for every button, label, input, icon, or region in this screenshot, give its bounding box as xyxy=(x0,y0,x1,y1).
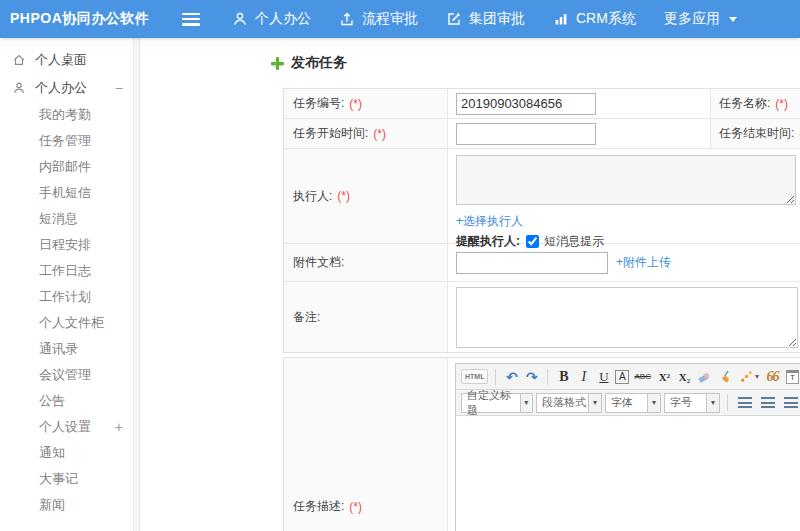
font-size-dropdown[interactable]: 字号 ▾ xyxy=(664,393,720,413)
nav-label: 集团审批 xyxy=(469,10,525,28)
collapse-minus-icon[interactable]: − xyxy=(115,81,123,95)
sidebar-item-personal-file-cabinet[interactable]: 个人文件柜 xyxy=(0,310,139,336)
top-navbar: PHPOA协同办公软件 个人办公 流程审批 集团审批 CRM系统 更多应用 xyxy=(0,0,800,38)
sidebar-item-label: 任务管理 xyxy=(39,132,91,150)
required-mark: (*) xyxy=(373,127,386,141)
nav-item-workflow-approval[interactable]: 流程审批 xyxy=(339,10,418,28)
sidebar-item-mobile-sms[interactable]: 手机短信 xyxy=(0,180,139,206)
paragraph-format-dropdown[interactable]: 段落格式 ▾ xyxy=(536,393,602,413)
sidebar-item-personal-settings[interactable]: 个人设置 + xyxy=(0,414,139,440)
sidebar-item-work-plan[interactable]: 工作计划 xyxy=(0,284,139,310)
redo-icon[interactable]: ↷ xyxy=(523,367,540,386)
user-icon xyxy=(12,81,26,95)
nav-item-crm-system[interactable]: CRM系统 xyxy=(553,10,636,28)
nav-item-personal-office[interactable]: 个人办公 xyxy=(232,10,311,28)
eraser-icon[interactable] xyxy=(696,367,714,386)
italic-button[interactable]: I xyxy=(575,367,592,386)
sidebar-item-label: 工作日志 xyxy=(39,262,91,280)
chevron-down-icon xyxy=(729,17,737,22)
html-source-button[interactable]: HTML xyxy=(461,369,488,384)
bar-chart-icon xyxy=(553,11,569,27)
required-mark: (*) xyxy=(337,189,350,203)
task-no-input[interactable] xyxy=(456,93,596,115)
nav-label: 更多应用 xyxy=(664,10,720,28)
undo-icon[interactable]: ↶ xyxy=(503,367,520,386)
executor-textarea[interactable] xyxy=(456,155,796,205)
bold-button[interactable]: B xyxy=(555,367,572,386)
sidebar-item-schedule[interactable]: 日程安排 xyxy=(0,232,139,258)
sidebar-item-announcement[interactable]: 公告 xyxy=(0,388,139,414)
end-time-label: 任务结束时间: xyxy=(719,125,794,142)
sidebar-item-meeting-management[interactable]: 会议管理 xyxy=(0,362,139,388)
remark-textarea[interactable] xyxy=(456,287,798,348)
description-editor-cell: HTML ↶ ↷ B I U A ABC X² X₂ xyxy=(448,358,800,531)
hamburger-menu-icon[interactable] xyxy=(182,13,200,26)
broom-clean-icon[interactable] xyxy=(717,367,735,386)
choose-executor-link[interactable]: +选择执行人 xyxy=(456,213,800,230)
nav-item-more-apps[interactable]: 更多应用 xyxy=(664,10,737,28)
chevron-down-icon: ▾ xyxy=(647,394,660,412)
dropdown-label: 字号 xyxy=(670,395,692,410)
font-family-dropdown[interactable]: 字体 ▾ xyxy=(605,393,661,413)
sidebar-item-label: 个人桌面 xyxy=(35,51,87,69)
editor-content-area[interactable] xyxy=(456,416,800,531)
font-background-button[interactable]: A xyxy=(615,370,629,384)
superscript-button[interactable]: X² xyxy=(656,367,673,386)
sidebar-item-news[interactable]: 新闻 xyxy=(0,492,139,518)
sidebar-item-label: 个人文件柜 xyxy=(39,314,104,332)
start-time-label: 任务开始时间: xyxy=(293,125,368,142)
task-no-label-cell: 任务编号: (*) xyxy=(284,89,448,118)
blockquote-button[interactable]: 66 xyxy=(764,367,781,386)
expand-plus-icon[interactable]: + xyxy=(115,420,123,434)
nav-label: 个人办公 xyxy=(255,10,311,28)
task-description-table: 任务描述: (*) HTML ↶ ↷ B I U A ABC X² X₂ xyxy=(283,357,800,531)
nav-item-group-approval[interactable]: 集团审批 xyxy=(446,10,525,28)
align-left-icon[interactable] xyxy=(735,393,755,412)
sidebar-item-label: 个人设置 xyxy=(39,418,91,436)
start-time-input[interactable] xyxy=(456,123,596,145)
align-center-icon[interactable] xyxy=(758,393,778,412)
edit-pencil-icon xyxy=(446,11,462,27)
dropdown-label: 字体 xyxy=(611,395,633,410)
sidebar-item-label: 内部邮件 xyxy=(39,158,91,176)
dropdown-label: 自定义标题 xyxy=(467,388,520,418)
attachment-input[interactable] xyxy=(456,252,608,274)
required-mark: (*) xyxy=(349,97,362,111)
underline-button[interactable]: U xyxy=(595,367,612,386)
sidebar-item-contacts[interactable]: 通讯录 xyxy=(0,336,139,362)
editor-toolbar-row-1: HTML ↶ ↷ B I U A ABC X² X₂ xyxy=(456,364,800,390)
sidebar-item-internal-mail[interactable]: 内部邮件 xyxy=(0,154,139,180)
chevron-down-icon: ▾ xyxy=(706,394,719,412)
chevron-down-icon: ▾ xyxy=(520,394,532,412)
sidebar-item-task-management[interactable]: 任务管理 xyxy=(0,128,139,154)
sidebar-item-label: 通知 xyxy=(39,444,65,462)
sidebar-item-personal-desktop[interactable]: 个人桌面 xyxy=(0,46,139,74)
sidebar-item-label: 通讯录 xyxy=(39,340,78,358)
sidebar-item-notification[interactable]: 通知 xyxy=(0,440,139,466)
table-row: 任务开始时间: (*) 任务结束时间: (*) xyxy=(284,118,800,148)
sidebar-item-short-message[interactable]: 短消息 xyxy=(0,206,139,232)
start-time-cell xyxy=(448,119,711,148)
subscript-button[interactable]: X₂ xyxy=(676,367,693,386)
strikethrough-button[interactable]: ABC xyxy=(632,367,652,386)
sidebar-item-label: 工作计划 xyxy=(39,288,91,306)
upload-flow-icon xyxy=(339,11,355,27)
format-brush-icon[interactable]: ▾ xyxy=(738,367,761,386)
sidebar-item-personal-office[interactable]: 个人办公 − xyxy=(0,74,139,102)
sidebar-item-label: 短消息 xyxy=(39,210,78,228)
sidebar-item-my-attendance[interactable]: 我的考勤 xyxy=(0,102,139,128)
toolbar-separator xyxy=(547,369,548,385)
sidebar-item-label: 新闻 xyxy=(39,496,65,514)
attachment-upload-link[interactable]: +附件上传 xyxy=(616,254,671,271)
align-right-icon[interactable] xyxy=(781,393,800,412)
sidebar-item-memorabilia[interactable]: 大事记 xyxy=(0,466,139,492)
sidebar-item-work-diary[interactable]: 工作日志 xyxy=(0,258,139,284)
remark-label: 备注: xyxy=(293,309,320,326)
custom-heading-dropdown[interactable]: 自定义标题 ▾ xyxy=(461,393,533,413)
required-mark: (*) xyxy=(775,97,788,111)
app-logo: PHPOA协同办公软件 xyxy=(0,10,182,28)
table-row: 附件文档: +附件上传 xyxy=(284,243,800,281)
paste-from-word-icon[interactable]: T xyxy=(784,367,800,386)
task-name-label-cell: 任务名称: (*) xyxy=(711,89,800,118)
page-title: 发布任务 xyxy=(291,54,347,72)
